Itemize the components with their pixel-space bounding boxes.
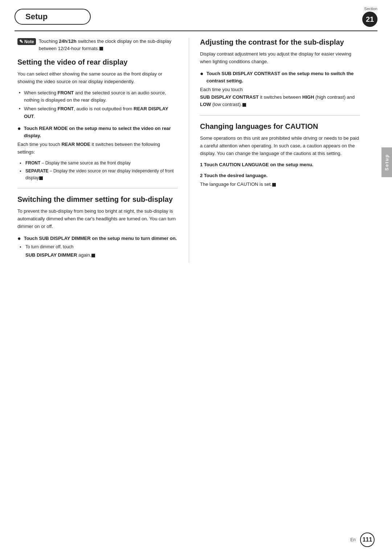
section3-body: Display contrast adjustment lets you adj…: [200, 50, 360, 66]
section3-instruction: ● Touch SUB DISPLAY CONTRAST on the setu…: [200, 70, 360, 85]
section-number: 21: [362, 12, 377, 27]
section3-title: Adjusting the contrast for the sub-displ…: [200, 38, 360, 47]
page: Setup Section 21 ✎ Note Touching 24h/12h…: [0, 0, 392, 555]
instr-dot3: ●: [200, 70, 204, 77]
section-caution: Changing languages for CAUTION Some oper…: [200, 122, 360, 188]
section-rear-display: Setting the video of rear display You ca…: [17, 58, 178, 181]
section1-title: Setting the video of rear display: [17, 58, 178, 67]
section1-instr-body: Each time you touch REAR MODE it switche…: [17, 141, 178, 156]
side-tab: Setup: [381, 147, 392, 177]
divider2: [200, 115, 360, 115]
step1-num: 1: [200, 162, 204, 167]
section4-step2: 2 Touch the desired language.: [200, 172, 360, 179]
step2-num: 2: [200, 173, 204, 178]
note-label: Note: [24, 39, 34, 44]
end-square-note: [99, 47, 103, 50]
setup-label: Setup: [15, 9, 91, 25]
section3-instr-body: Each time you touch SUB DISPLAY CONTRAST…: [200, 86, 360, 109]
section1-sub2: SEPARATE – Display the video source on r…: [17, 168, 178, 181]
section4-step1: 1 Touch CAUTION LANGUAGE on the setup me…: [200, 161, 360, 168]
end-square-s1: [39, 176, 43, 180]
section-dimmer: Switching the dimmer setting for sub-dis…: [17, 195, 178, 259]
footer-page-number: 111: [360, 532, 375, 547]
section1-bullet2: When selecting FRONT, audio is not outpu…: [17, 105, 178, 121]
right-column: Adjusting the contrast for the sub-displ…: [189, 38, 377, 263]
section4-body: Some operations on this unit are prohibi…: [200, 135, 360, 157]
section4-title: Changing languages for CAUTION: [200, 122, 360, 131]
note-icon: ✎ Note: [17, 38, 36, 45]
left-column: ✎ Note Touching 24h/12h switches the clo…: [0, 38, 189, 263]
instr-dot1: ●: [17, 125, 21, 132]
note-text: Touching 24h/12h switches the clock disp…: [39, 38, 178, 52]
section1-bullets: When selecting FRONT and the selected so…: [17, 89, 178, 121]
note-box: ✎ Note Touching 24h/12h switches the clo…: [17, 38, 178, 52]
section2-title: Switching the dimmer setting for sub-dis…: [17, 195, 178, 204]
section2-sub1-end: SUB DISPLAY DIMMER again.: [25, 252, 178, 259]
end-square-s4: [272, 183, 276, 187]
footer-lang: En: [350, 537, 356, 542]
section1-sub1: FRONT – Display the same source as the f…: [17, 160, 178, 167]
section1-instr-text: Touch REAR MODE on the setup menu to sel…: [24, 125, 178, 139]
section1-bullet1: When selecting FRONT and the selected so…: [17, 89, 178, 105]
section-info: Section 21: [362, 7, 377, 27]
main-content: ✎ Note Touching 24h/12h switches the clo…: [0, 31, 392, 263]
section4-step2-body: The language for CAUTION is set.: [200, 181, 360, 188]
section2-sub1: To turn dimmer off, touch: [17, 244, 178, 250]
end-square-s2: [91, 254, 95, 257]
footer: En 111: [0, 532, 392, 547]
section3-instr-text: Touch SUB DISPLAY CONTRAST on the setup …: [207, 70, 360, 85]
section2-instr-text: Touch SUB DISPLAY DIMMER on the setup me…: [24, 235, 177, 242]
header: Setup Section 21: [0, 0, 392, 27]
section1-body: You can select either showing the same s…: [17, 70, 178, 86]
section2-body: To prevent the sub-display from being to…: [17, 208, 178, 230]
section1-instruction: ● Touch REAR MODE on the setup menu to s…: [17, 125, 178, 139]
section-label: Section: [364, 7, 377, 11]
divider1: [17, 188, 178, 188]
instr-dot2: ●: [17, 235, 21, 242]
pencil-icon: ✎: [19, 39, 23, 44]
section2-instruction: ● Touch SUB DISPLAY DIMMER on the setup …: [17, 235, 178, 242]
end-square-s3: [242, 103, 246, 107]
section-contrast: Adjusting the contrast for the sub-displ…: [200, 38, 360, 109]
